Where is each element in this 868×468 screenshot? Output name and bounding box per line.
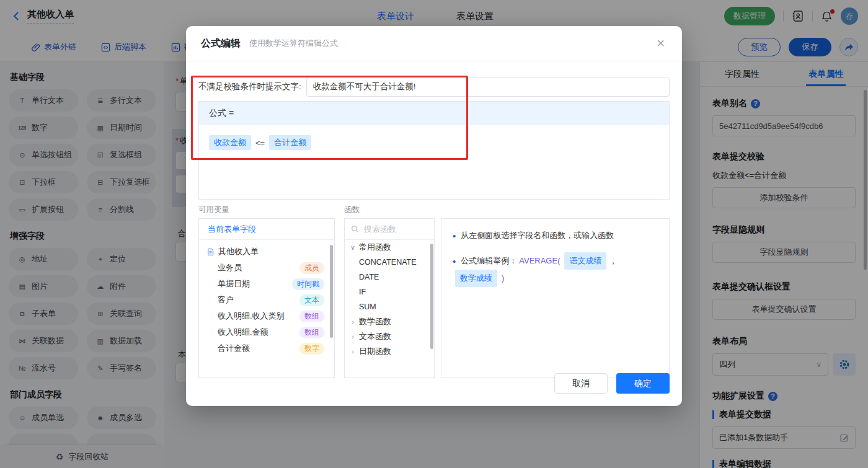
caret-right-icon: › [350, 318, 356, 325]
example-close-paren: ) [502, 272, 504, 285]
type-badge: 文本 [299, 294, 324, 306]
validation-message-label: 不满足校验条件时提示文字: [198, 81, 301, 92]
function-item[interactable]: CONCATENATE [345, 255, 434, 270]
example-field-chip: 语文成绩 [564, 252, 606, 270]
functions-panel: ∨常用函数 CONCATENATE DATE IF SUM ›数学函数 ›文本函… [344, 218, 435, 378]
function-group-common[interactable]: ∨常用函数 [345, 240, 434, 255]
operator-text: <= [255, 138, 265, 148]
modal-header: 公式编辑 使用数学运算符编辑公式 [186, 26, 682, 61]
type-badge: 数字 [299, 343, 324, 355]
variable-name: 收入明细.收入类别 [218, 311, 285, 322]
function-item[interactable]: IF [345, 285, 434, 299]
variable-name: 业务员 [218, 262, 242, 273]
variable-row[interactable]: 单据日期时间戳 [199, 276, 334, 292]
hint-line-2: • 公式编辑举例： AVERAGE( 语文成绩 ， 数学成绩 ) [453, 252, 658, 287]
variables-label: 可用变量 [198, 205, 229, 215]
function-search-row [345, 219, 434, 240]
functions-scrollbar[interactable] [430, 244, 433, 349]
document-icon [206, 248, 215, 256]
variable-name: 客户 [218, 294, 234, 306]
validation-message-input[interactable] [306, 77, 670, 97]
cancel-button[interactable]: 取消 [554, 373, 608, 394]
function-group-label: 常用函数 [359, 242, 391, 253]
function-group-date[interactable]: ›日期函数 [345, 344, 434, 359]
function-group-label: 日期函数 [359, 346, 391, 357]
tree-root-label: 其他收入单 [218, 246, 259, 257]
functions-label: 函数 [344, 205, 360, 215]
caret-down-icon: ∨ [350, 244, 356, 252]
bullet-icon: • [453, 231, 456, 241]
confirm-button[interactable]: 确定 [616, 373, 670, 394]
function-item[interactable]: DATE [345, 270, 434, 285]
type-badge: 成员 [299, 262, 324, 274]
close-icon[interactable]: × [653, 36, 668, 51]
variable-name: 合计金额 [218, 343, 250, 354]
caret-right-icon: › [350, 348, 356, 355]
function-group-text[interactable]: ›文本函数 [345, 329, 434, 344]
bullet-icon: • [453, 257, 456, 266]
modal-title: 公式编辑 [201, 37, 241, 50]
function-group-math[interactable]: ›数学函数 [345, 314, 434, 329]
separator-text: ， [609, 254, 617, 268]
modal-footer: 取消 确定 [554, 373, 670, 394]
validation-message-row: 不满足校验条件时提示文字: [198, 77, 670, 97]
formula-editor: 公式 = 收款金额 <= 合计金额 [198, 101, 670, 200]
search-icon [351, 225, 359, 233]
tree-root-row[interactable]: 其他收入单 [199, 244, 334, 260]
variables-scrollbar[interactable] [330, 245, 333, 338]
current-form-fields-tab[interactable]: 当前表单字段 [199, 219, 334, 240]
variable-row[interactable]: 收入明细.金额数组 [199, 324, 334, 340]
example-function-token: AVERAGE( [519, 254, 560, 268]
hint-text: 公式编辑举例： [461, 254, 517, 268]
field-chip-right[interactable]: 合计金额 [269, 135, 311, 150]
form-designer-app: 其他收入单 表单设计 表单设置 数据管理 存 表单外链 [0, 0, 868, 468]
variable-row[interactable]: 客户文本 [199, 292, 334, 308]
hint-line-1: • 从左侧面板选择字段名和函数，或输入函数 [453, 229, 658, 242]
modal-subtitle: 使用数学运算符编辑公式 [249, 38, 338, 49]
function-group-label: 数学函数 [359, 316, 391, 327]
type-badge: 时间戳 [292, 278, 324, 290]
formula-edit-modal: 公式编辑 使用数学运算符编辑公式 × 不满足校验条件时提示文字: 公式 = 收款… [186, 26, 682, 406]
formula-expression[interactable]: 收款金额 <= 合计金额 [199, 125, 669, 160]
variable-name: 收入明细.金额 [218, 327, 268, 338]
variables-tree: 其他收入单 业务员成员 单据日期时间戳 客户文本 收入明细.收入类别数组 收入明… [199, 240, 334, 356]
hint-text: 从左侧面板选择字段名和函数，或输入函数 [461, 229, 614, 242]
function-item[interactable]: SUM [345, 299, 434, 314]
hints-panel: • 从左侧面板选择字段名和函数，或输入函数 • 公式编辑举例： AVERAGE(… [441, 218, 670, 378]
type-badge: 数组 [299, 311, 324, 322]
function-group-label: 文本函数 [359, 331, 391, 342]
formula-header: 公式 = [199, 102, 669, 125]
field-chip-left[interactable]: 收款金额 [209, 135, 251, 150]
variables-panel: 当前表单字段 其他收入单 业务员成员 单据日期时间戳 客户文本 收入明细.收入类… [198, 218, 335, 378]
type-badge: 数组 [299, 327, 324, 338]
caret-right-icon: › [350, 333, 356, 340]
variable-row[interactable]: 合计金额数字 [199, 340, 334, 356]
variable-row[interactable]: 收入明细.收入类别数组 [199, 308, 334, 324]
function-search-input[interactable] [363, 224, 417, 234]
variable-row[interactable]: 业务员成员 [199, 260, 334, 276]
example-field-chip: 数学成绩 [455, 270, 497, 287]
variable-name: 单据日期 [218, 278, 250, 289]
